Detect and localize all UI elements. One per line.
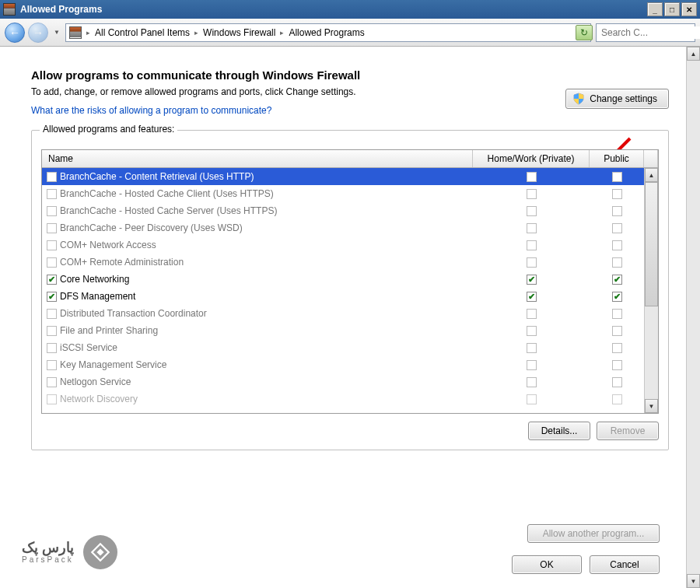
- scroll-up-icon[interactable]: ▲: [687, 47, 700, 61]
- home-checkbox[interactable]: [527, 292, 537, 302]
- public-checkbox[interactable]: [612, 343, 622, 353]
- breadcrumb-segment[interactable]: Allowed Programs: [289, 27, 364, 38]
- risks-link[interactable]: What are the risks of allowing a program…: [31, 105, 271, 116]
- program-checkbox[interactable]: [47, 223, 57, 233]
- public-checkbox[interactable]: [612, 377, 622, 387]
- program-checkbox[interactable]: [47, 360, 57, 370]
- scroll-down-icon[interactable]: ▼: [645, 399, 658, 413]
- details-button[interactable]: Details...: [528, 422, 590, 440]
- home-checkbox[interactable]: [527, 257, 537, 268]
- minimize-button[interactable]: _: [647, 2, 663, 16]
- public-checkbox[interactable]: [612, 292, 622, 302]
- refresh-button[interactable]: ↻: [576, 25, 593, 40]
- program-checkbox[interactable]: [47, 206, 57, 216]
- chevron-right-icon: ▸: [85, 29, 92, 37]
- page-scrollbar[interactable]: ▲ ▼: [686, 47, 700, 588]
- list-scrollbar[interactable]: ▲ ▼: [644, 168, 658, 413]
- cancel-button[interactable]: Cancel: [590, 555, 660, 574]
- table-row[interactable]: File and Printer Sharing: [42, 322, 644, 339]
- program-name: BranchCache - Hosted Cache Client (Uses …: [60, 188, 274, 199]
- public-checkbox[interactable]: [612, 172, 622, 182]
- group-legend: Allowed programs and features:: [40, 124, 177, 135]
- scroll-up-icon[interactable]: ▲: [645, 168, 658, 182]
- public-checkbox[interactable]: [612, 326, 622, 336]
- column-scroll-gap: [644, 150, 658, 167]
- public-checkbox[interactable]: [612, 240, 622, 250]
- home-checkbox[interactable]: [527, 240, 537, 250]
- public-checkbox[interactable]: [612, 189, 622, 199]
- home-checkbox[interactable]: [527, 343, 537, 353]
- table-row[interactable]: BranchCache - Hosted Cache Client (Uses …: [42, 185, 644, 202]
- forward-button[interactable]: →: [28, 23, 48, 43]
- program-checkbox[interactable]: [47, 275, 57, 285]
- breadcrumb-segment[interactable]: Windows Firewall: [203, 27, 275, 38]
- search-input[interactable]: [600, 26, 700, 39]
- table-row[interactable]: Distributed Transaction Coordinator: [42, 305, 644, 322]
- table-row[interactable]: Key Management Service: [42, 356, 644, 373]
- program-checkbox[interactable]: [47, 394, 57, 404]
- scroll-down-icon[interactable]: ▼: [687, 574, 700, 588]
- table-row[interactable]: BranchCache - Hosted Cache Server (Uses …: [42, 202, 644, 219]
- table-row[interactable]: BranchCache - Content Retrieval (Uses HT…: [42, 168, 644, 185]
- firewall-icon: [69, 26, 82, 39]
- program-checkbox[interactable]: [47, 240, 57, 250]
- public-checkbox[interactable]: [612, 309, 622, 319]
- table-row[interactable]: DFS Management: [42, 288, 644, 305]
- change-settings-button[interactable]: Change settings: [565, 89, 669, 109]
- program-name: BranchCache - Content Retrieval (Uses HT…: [60, 171, 254, 182]
- public-checkbox[interactable]: [612, 206, 622, 216]
- page-title: Allow programs to communicate through Wi…: [31, 68, 565, 82]
- column-public[interactable]: Public: [590, 150, 644, 167]
- remove-button[interactable]: Remove: [597, 422, 659, 440]
- table-row[interactable]: Netlogon Service: [42, 373, 644, 390]
- public-checkbox[interactable]: [612, 394, 622, 404]
- column-home[interactable]: Home/Work (Private): [473, 150, 590, 167]
- table-row[interactable]: COM+ Remote Administration: [42, 254, 644, 271]
- home-checkbox[interactable]: [527, 326, 537, 336]
- nav-history-dropdown[interactable]: ▼: [51, 23, 62, 43]
- search-box[interactable]: 🔍: [596, 23, 695, 42]
- table-row[interactable]: COM+ Network Access: [42, 236, 644, 254]
- program-name: Key Management Service: [60, 359, 166, 370]
- ok-button[interactable]: OK: [512, 555, 582, 574]
- program-checkbox[interactable]: [47, 377, 57, 387]
- program-checkbox[interactable]: [47, 257, 57, 268]
- public-checkbox[interactable]: [612, 223, 622, 233]
- home-checkbox[interactable]: [527, 394, 537, 404]
- table-row[interactable]: Core Networking: [42, 271, 644, 288]
- program-checkbox[interactable]: [47, 309, 57, 319]
- address-bar[interactable]: ▸ All Control Panel Items ▸ Windows Fire…: [65, 23, 591, 42]
- table-row[interactable]: Network Discovery: [42, 390, 644, 408]
- home-checkbox[interactable]: [527, 223, 537, 233]
- back-button[interactable]: ←: [5, 23, 25, 43]
- program-checkbox[interactable]: [47, 172, 57, 182]
- home-checkbox[interactable]: [527, 309, 537, 319]
- home-checkbox[interactable]: [527, 360, 537, 370]
- program-name: Network Discovery: [60, 394, 138, 404]
- home-checkbox[interactable]: [527, 275, 537, 285]
- breadcrumb-segment[interactable]: All Control Panel Items: [95, 27, 190, 38]
- table-row[interactable]: iSCSI Service: [42, 339, 644, 356]
- maximize-button[interactable]: □: [664, 2, 680, 16]
- program-name: COM+ Remote Administration: [60, 257, 184, 268]
- allow-another-program-button[interactable]: Allow another program...: [527, 524, 660, 543]
- close-button[interactable]: ✕: [681, 2, 697, 16]
- table-row[interactable]: BranchCache - Peer Discovery (Uses WSD): [42, 219, 644, 236]
- public-checkbox[interactable]: [612, 275, 622, 285]
- public-checkbox[interactable]: [612, 360, 622, 370]
- program-name: COM+ Network Access: [60, 240, 156, 250]
- home-checkbox[interactable]: [527, 189, 537, 199]
- program-checkbox[interactable]: [47, 189, 57, 199]
- program-checkbox[interactable]: [47, 292, 57, 302]
- program-checkbox[interactable]: [47, 343, 57, 353]
- chevron-right-icon: ▸: [193, 29, 200, 37]
- program-checkbox[interactable]: [47, 326, 57, 336]
- public-checkbox[interactable]: [612, 257, 622, 268]
- home-checkbox[interactable]: [527, 206, 537, 216]
- arrow-left-icon: ←: [9, 26, 20, 39]
- home-checkbox[interactable]: [527, 377, 537, 387]
- refresh-icon: ↻: [580, 27, 588, 38]
- column-name[interactable]: Name: [42, 150, 473, 167]
- home-checkbox[interactable]: [527, 172, 537, 182]
- scroll-thumb[interactable]: [645, 182, 658, 306]
